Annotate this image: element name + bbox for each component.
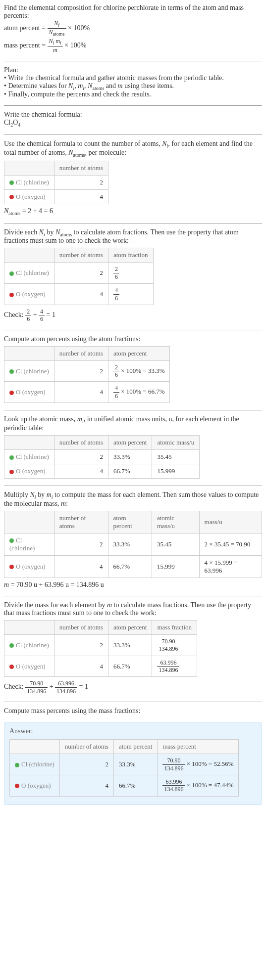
den: 134.896: [157, 645, 179, 652]
cell-mass: 15.999: [152, 555, 199, 578]
answer-box: Answer: number of atoms atom percent mas…: [4, 722, 262, 805]
mass-percent-section: Compute mass percents using the mass fra…: [4, 707, 262, 715]
text: • Determine values for: [4, 82, 68, 89]
text: Multiply: [4, 491, 30, 498]
den: 6: [113, 295, 119, 302]
cell-element: Cl (chlorine): [4, 533, 54, 555]
atomic-mass-table: number of atoms atom percent atomic mass…: [4, 435, 200, 479]
cell-n: 2: [54, 263, 108, 284]
th-num: number of atoms: [54, 620, 108, 634]
cell-n: 4: [59, 775, 113, 796]
atom-percent-lhs: atom percent =: [4, 24, 48, 32]
cell-n: 2: [54, 533, 108, 555]
cell-frac: 63.996134.896: [152, 656, 197, 677]
cell-mass: 35.45: [152, 533, 199, 555]
cell-element: Cl (chlorine): [4, 360, 54, 382]
th-mpct: mass percent: [158, 740, 239, 754]
dot-icon: [15, 784, 19, 788]
sum: m = 70.90 u + 63.996 u = 134.896 u: [4, 581, 262, 589]
text: × 100% = 47.44%: [185, 781, 233, 789]
check: Check: 26 + 46 = 1: [4, 308, 262, 323]
atom-fraction-section: Divide each Ni by Natoms to calculate at…: [4, 228, 262, 323]
dot-icon: [9, 538, 14, 543]
element-label: O (oxygen): [16, 193, 46, 200]
text: :: [66, 500, 68, 507]
section-title: Compute mass percents using the mass fra…: [4, 707, 262, 715]
table-row: Cl (chlorine) 2: [4, 175, 108, 189]
cell-n: 2: [54, 360, 108, 382]
table-row: O (oxygen) 4: [4, 189, 108, 204]
element-label: Cl (chlorine): [16, 641, 49, 649]
th-empty: [4, 248, 54, 263]
cell-pct: 46 × 100% = 66.7%: [108, 382, 170, 403]
plan-title: Plan:: [4, 66, 262, 74]
chem-formula: Cl2O4: [4, 119, 262, 128]
cell-element: O (oxygen): [4, 656, 54, 677]
element-label: O (oxygen): [21, 782, 51, 789]
text: = 1: [79, 683, 88, 691]
cell-n: 2: [59, 754, 113, 775]
table-header: number of atoms atom fraction: [4, 248, 154, 263]
plan-bullet: • Write the chemical formula and gather …: [4, 74, 262, 82]
cell-mpct: 63.996134.896 × 100% = 47.44%: [158, 775, 239, 796]
mass-percent-formula: mass percent = Ni mi m × 100%: [4, 38, 262, 54]
mass-fraction-table: number of atoms atom percent mass fracti…: [4, 620, 197, 677]
num: 63.996: [157, 659, 179, 667]
num: 4: [113, 287, 119, 294]
atom-percent-formula: atom percent = Ni Natoms × 100%: [4, 20, 262, 38]
text: Divide each: [4, 228, 39, 236]
chem-formula-section: Write the chemical formula: Cl2O4: [4, 111, 262, 128]
cell-mu: 2 × 35.45 = 70.90: [199, 533, 262, 555]
element-label: O (oxygen): [16, 563, 46, 570]
table-row: Cl (chlorine) 2 33.3% 35.45 2 × 35.45 = …: [4, 533, 262, 555]
th-num: number of atoms: [54, 436, 108, 450]
cell-element: O (oxygen): [4, 189, 54, 204]
num: 70.90: [162, 757, 185, 764]
dot-icon: [15, 763, 19, 767]
section-title: Write the chemical formula:: [4, 111, 262, 119]
element-label: O (oxygen): [16, 467, 46, 475]
cell-n: 2: [54, 634, 108, 656]
text: Use the chemical formula to count the nu…: [4, 140, 162, 147]
cell-n: 4: [54, 656, 108, 677]
table-header: number of atoms atom percent: [4, 346, 170, 360]
element-label: O (oxygen): [16, 388, 46, 396]
th-mu: mass/u: [199, 511, 262, 533]
num: 4: [113, 385, 119, 392]
cell-element: O (oxygen): [4, 555, 54, 578]
cell-element: Cl (chlorine): [4, 634, 54, 656]
intro: Find the elemental composition for chlor…: [4, 4, 262, 54]
table-row: Cl (chlorine) 2 33.3% 70.90134.896 × 100…: [10, 754, 239, 775]
dot-icon: [9, 470, 14, 474]
cell-n: 4: [54, 464, 108, 479]
section-text: Use the chemical formula to count the nu…: [4, 140, 262, 158]
num: 2: [113, 364, 119, 371]
text: Look up the atomic mass,: [4, 415, 77, 423]
th-pct: atom percent: [108, 511, 152, 533]
cell-n: 2: [54, 175, 108, 189]
cell-pct: 66.7%: [113, 775, 158, 796]
cell-frac: 26: [108, 263, 153, 284]
th-num: number of atoms: [59, 740, 113, 754]
cell-element: O (oxygen): [4, 464, 54, 479]
section-text: Divide each Ni by Natoms to calculate at…: [4, 228, 262, 245]
atom-fraction-table: number of atoms atom fraction Cl (chlori…: [4, 248, 154, 305]
den: 134.896: [162, 765, 185, 772]
dot-icon: [9, 271, 14, 276]
table-row: O (oxygen) 4 66.7% 15.999: [4, 464, 200, 479]
cell-frac: 46: [108, 284, 153, 305]
times-100: × 100%: [68, 24, 90, 32]
dot-icon: [9, 369, 14, 374]
text: using these items.: [123, 82, 174, 89]
th-num: number of atoms: [54, 161, 108, 175]
dot-icon: [9, 391, 14, 395]
text: by: [45, 228, 55, 236]
cell-mpct: 70.90134.896 × 100% = 52.56%: [158, 754, 239, 775]
element-label: Cl (chlorine): [21, 760, 54, 768]
th-empty: [4, 620, 54, 634]
cell-n: 4: [54, 189, 108, 204]
dot-icon: [9, 195, 14, 199]
den: 134.896: [157, 667, 179, 673]
text: Divide the mass for each element by: [4, 601, 107, 609]
table-header: number of atoms: [4, 161, 108, 175]
